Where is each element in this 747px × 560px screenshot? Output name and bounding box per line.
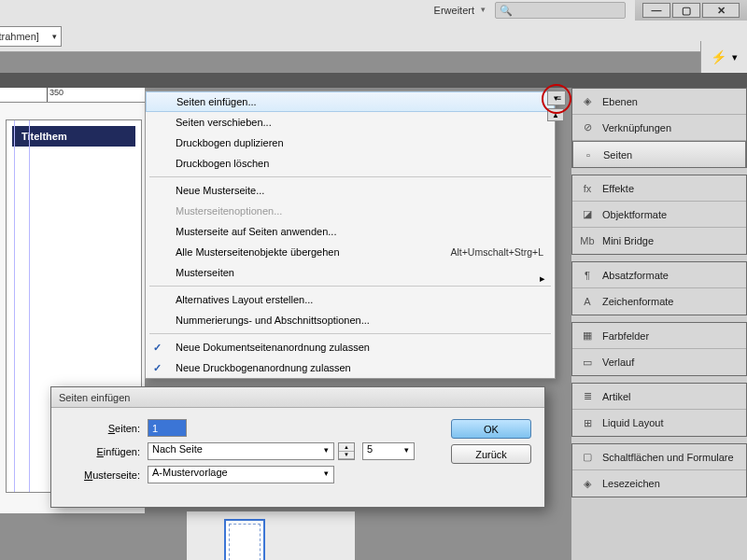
panel-icon: ▫ [581, 147, 596, 162]
menu-item[interactable]: ✓Neue Druckbogenanordnung zulassen [146, 357, 555, 378]
insert-label: Einfügen: [64, 446, 144, 457]
panel-label: Seiten [603, 149, 632, 161]
menu-item[interactable]: Nummerierungs- und Abschnittsoptionen... [146, 310, 555, 330]
panel-label: Schaltflächen und Formulare [602, 452, 734, 463]
pages-input[interactable] [148, 419, 187, 437]
ruler-tick: 350 [47, 88, 63, 102]
flash-icon: ⚡▾ [700, 41, 747, 73]
panel-label: Ebenen [602, 96, 638, 107]
pages-label: Seiten: [64, 423, 144, 434]
panel-label: Objektformate [602, 209, 667, 220]
panel-label: Mini Bridge [602, 235, 654, 246]
annotation-circle [542, 84, 571, 114]
pages-panel-menu: Seiten einfügen...Seiten verschieben...D… [145, 91, 556, 379]
cancel-button[interactable]: Zurück [451, 444, 531, 464]
selected-page-thumbnail[interactable] [224, 519, 265, 560]
page-title-block: Titelthem [12, 126, 135, 147]
menu-item[interactable]: Neue Musterseite... [146, 180, 555, 201]
panel-tab[interactable]: AZeichenformate [572, 288, 746, 315]
panel-dock: ◈Ebenen⊘Verknüpfungen▫SeitenfxEffekte◪Ob… [571, 88, 747, 560]
minimize-button[interactable]: ― [642, 3, 670, 18]
panel-label: Absatzformate [602, 270, 669, 281]
insert-pages-dialog: Seiten einfügen Seiten: Einfügen: Nach S… [50, 386, 545, 508]
menu-item[interactable]: Druckbogen löschen [146, 153, 555, 174]
tab-strip [0, 73, 747, 88]
master-label: Musterseite: [64, 469, 144, 481]
menu-item[interactable]: Alternatives Layout erstellen... [146, 289, 555, 310]
page-number-spinner[interactable]: ▲▼ [338, 442, 355, 460]
panel-icon: ≣ [580, 389, 595, 404]
page-number-field[interactable]: 5 [362, 442, 415, 460]
panel-tab[interactable]: ▭Verlauf [572, 349, 746, 375]
maximize-button[interactable]: ▢ [672, 3, 700, 18]
panel-icon: ▭ [580, 355, 595, 370]
panel-label: Lesezeichen [602, 478, 660, 489]
menu-item: Musterseitenoptionen... [146, 201, 555, 221]
panel-tab[interactable]: ◈Ebenen [572, 89, 746, 115]
panel-tab[interactable]: fxEffekte [572, 175, 746, 202]
panel-icon: ⊘ [580, 120, 595, 135]
panel-tab[interactable]: ⊞Liquid Layout [572, 410, 746, 436]
object-style-dropdown[interactable]: xtrahmen] [0, 26, 62, 47]
panel-label: Effekte [602, 183, 634, 194]
panel-label: Zeichenformate [602, 296, 673, 307]
panel-tab[interactable]: MbMini Bridge [572, 228, 746, 254]
panel-tab[interactable]: ◈Lesezeichen [572, 470, 746, 497]
panel-icon: fx [580, 181, 595, 196]
menu-item[interactable]: ✓Neue Dokumentseitenanordnung zulassen [146, 337, 555, 357]
search-input[interactable]: 🔍 [495, 2, 626, 19]
panel-icon: ◪ [580, 207, 595, 222]
menu-item[interactable]: Druckbogen duplizieren [146, 133, 555, 153]
panel-label: Liquid Layout [602, 417, 663, 428]
pages-thumbnail-strip [187, 511, 355, 560]
horizontal-ruler: 350 [0, 88, 145, 103]
panel-label: Farbfelder [602, 330, 649, 342]
panel-tab[interactable]: ≣Artikel [572, 384, 746, 410]
panel-tab[interactable]: ▦Farbfelder [572, 323, 746, 349]
menu-item[interactable]: Musterseiten [146, 262, 555, 283]
ok-button[interactable]: OK [451, 419, 531, 439]
panel-label: Artikel [602, 391, 631, 402]
panel-icon: ¶ [580, 268, 595, 283]
panel-label: Verlauf [602, 357, 634, 368]
master-page-dropdown[interactable]: A-Mustervorlage [148, 466, 334, 483]
panel-icon: A [580, 294, 595, 309]
workspace-dropdown[interactable]: Erweitert [427, 4, 487, 17]
panel-tab[interactable]: ▫Seiten [572, 141, 746, 167]
panel-tab[interactable]: ▢Schaltflächen und Formulare [572, 444, 746, 470]
panel-icon: ◈ [580, 94, 595, 109]
panel-tab[interactable]: ◪Objektformate [572, 202, 746, 228]
close-button[interactable]: ✕ [702, 3, 740, 18]
menu-item[interactable]: Alle Musterseitenobjekte übergehenAlt+Um… [146, 242, 555, 262]
panel-icon: ▦ [580, 329, 595, 343]
insert-position-dropdown[interactable]: Nach Seite [148, 442, 334, 460]
panel-label: Verknüpfungen [602, 122, 671, 133]
menu-item[interactable]: Seiten verschieben... [146, 112, 555, 133]
dialog-title: Seiten einfügen [51, 387, 544, 408]
menu-item[interactable]: Seiten einfügen... [146, 91, 555, 112]
panel-icon: Mb [580, 233, 595, 248]
panel-tab[interactable]: ¶Absatzformate [572, 262, 746, 288]
menu-item[interactable]: Musterseite auf Seiten anwenden... [146, 221, 555, 242]
panel-tab[interactable]: ⊘Verknüpfungen [572, 115, 746, 141]
panel-icon: ▢ [580, 450, 595, 465]
panel-icon: ◈ [580, 476, 595, 491]
panel-icon: ⊞ [580, 415, 595, 430]
